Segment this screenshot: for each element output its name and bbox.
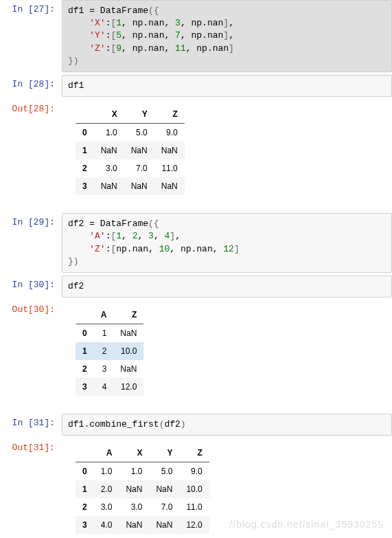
cell-value: 12.0 <box>113 378 143 396</box>
cell-value: 3.0 <box>119 498 149 516</box>
cell-value: 1.0 <box>94 462 119 481</box>
column-header: Y <box>149 444 179 462</box>
prompt-in-31: In [31]: <box>0 414 62 436</box>
cell-value: 4.0 <box>94 516 119 534</box>
cell-value: 2 <box>94 342 114 360</box>
row-index: 1 <box>76 480 94 498</box>
table-row: 1210.0 <box>76 342 143 360</box>
cell-value: 1.0 <box>94 124 124 142</box>
cell-in-29: In [29]: df2 = DataFrame({ 'A':[1, 2, 3,… <box>0 213 392 273</box>
table-row: 23.03.07.011.0 <box>76 498 209 516</box>
column-header: Z <box>154 105 185 124</box>
row-index: 2 <box>76 360 94 378</box>
code-input-31[interactable]: df1.combine_first(df2) <box>62 414 392 436</box>
row-index: 0 <box>76 324 94 343</box>
row-index: 3 <box>76 378 94 396</box>
cell-value: 12.0 <box>179 516 209 534</box>
table-row: 3412.0 <box>76 378 143 396</box>
row-index: 0 <box>76 462 94 481</box>
cell-value: 11.0 <box>154 159 185 177</box>
cell-value: 3.0 <box>94 159 124 177</box>
cell-value: 5.0 <box>149 462 179 481</box>
column-header <box>76 105 94 124</box>
cell-value: 10.0 <box>113 342 143 360</box>
cell-value: NaN <box>113 360 143 378</box>
cell-value: 10.0 <box>179 480 209 498</box>
dataframe-df1: XYZ01.05.09.01NaNNaNNaN23.07.011.03NaNNa… <box>76 105 185 195</box>
column-header: Y <box>124 105 154 124</box>
code-input-30[interactable]: df2 <box>62 276 392 298</box>
cell-value: NaN <box>113 324 143 343</box>
row-index: 1 <box>76 342 94 360</box>
cell-value: NaN <box>94 142 124 159</box>
table-row: 01NaN <box>76 324 143 343</box>
cell-in-27: In [27]: df1 = DataFrame({ 'X':[1, np.na… <box>0 0 392 72</box>
cell-out-30: Out[30]: AZ01NaN1210.023NaN3412.0 <box>0 300 392 411</box>
column-header: Z <box>113 306 143 324</box>
cell-value: NaN <box>124 177 154 195</box>
column-header: X <box>119 444 149 462</box>
cell-value: 1 <box>94 324 114 343</box>
table-row: 34.0NaNNaN12.0 <box>76 516 209 534</box>
row-index: 3 <box>76 516 94 534</box>
code-text: df1.combine_first(df2) <box>68 418 386 431</box>
cell-value: NaN <box>119 480 149 498</box>
row-index: 0 <box>76 124 94 142</box>
output-28: XYZ01.05.09.01NaNNaNNaN23.07.011.03NaNNa… <box>62 100 392 210</box>
code-text: df2 <box>68 280 386 293</box>
cell-value: 3.0 <box>94 498 119 516</box>
cell-value: 2.0 <box>94 480 119 498</box>
code-input-27[interactable]: df1 = DataFrame({ 'X':[1, np.nan, 3, np.… <box>62 0 392 72</box>
table-row: 23NaN <box>76 360 143 378</box>
column-header: A <box>94 306 114 324</box>
row-index: 2 <box>76 159 94 177</box>
prompt-in-27: In [27]: <box>0 0 62 72</box>
table-row: 01.05.09.0 <box>76 124 185 142</box>
code-text: df1 <box>68 80 386 92</box>
row-index: 2 <box>76 498 94 516</box>
prompt-in-30: In [30]: <box>0 276 62 298</box>
column-header <box>76 306 94 324</box>
cell-value: 9.0 <box>154 124 185 142</box>
cell-value: 7.0 <box>149 498 179 516</box>
cell-in-31: In [31]: df1.combine_first(df2) <box>0 414 392 436</box>
cell-value: 9.0 <box>179 462 209 481</box>
table-row: 01.01.05.09.0 <box>76 462 209 481</box>
cell-value: 11.0 <box>179 498 209 516</box>
dataframe-df2: AZ01NaN1210.023NaN3412.0 <box>76 306 143 396</box>
row-index: 3 <box>76 177 94 195</box>
code-input-29[interactable]: df2 = DataFrame({ 'A':[1, 2, 3, 4], 'Z':… <box>62 213 392 273</box>
row-index: 1 <box>76 142 94 159</box>
column-header <box>76 444 94 462</box>
cell-in-28: In [28]: df1 <box>0 75 392 97</box>
code-text: df1 = DataFrame({ 'X':[1, np.nan, 3, np.… <box>68 5 386 67</box>
cell-value: 7.0 <box>124 159 154 177</box>
table-row: 1NaNNaNNaN <box>76 142 185 159</box>
prompt-out-28: Out[28]: <box>0 100 62 210</box>
output-30: AZ01NaN1210.023NaN3412.0 <box>62 300 392 411</box>
cell-value: NaN <box>154 142 185 159</box>
cell-value: NaN <box>149 516 179 534</box>
cell-out-28: Out[28]: XYZ01.05.09.01NaNNaNNaN23.07.01… <box>0 100 392 210</box>
cell-value: NaN <box>149 480 179 498</box>
table-row: 12.0NaNNaN10.0 <box>76 480 209 498</box>
prompt-out-30: Out[30]: <box>0 300 62 411</box>
cell-value: NaN <box>124 142 154 159</box>
watermark: ://blog.csdn.net/sinat_35930259 <box>227 519 384 530</box>
prompt-in-28: In [28]: <box>0 75 62 97</box>
cell-value: 5.0 <box>124 124 154 142</box>
cell-value: NaN <box>94 177 124 195</box>
cell-value: 1.0 <box>119 462 149 481</box>
table-row: 3NaNNaNNaN <box>76 177 185 195</box>
column-header: Z <box>179 444 209 462</box>
cell-value: NaN <box>154 177 185 195</box>
code-input-28[interactable]: df1 <box>62 75 392 97</box>
cell-value: 4 <box>94 378 114 396</box>
prompt-out-31: Out[31]: <box>0 438 62 538</box>
prompt-in-29: In [29]: <box>0 213 62 273</box>
column-header: A <box>94 444 119 462</box>
column-header: X <box>94 105 124 124</box>
cell-in-30: In [30]: df2 <box>0 276 392 298</box>
cell-value: NaN <box>119 516 149 534</box>
dataframe-combined: AXYZ01.01.05.09.012.0NaNNaN10.023.03.07.… <box>76 444 209 534</box>
